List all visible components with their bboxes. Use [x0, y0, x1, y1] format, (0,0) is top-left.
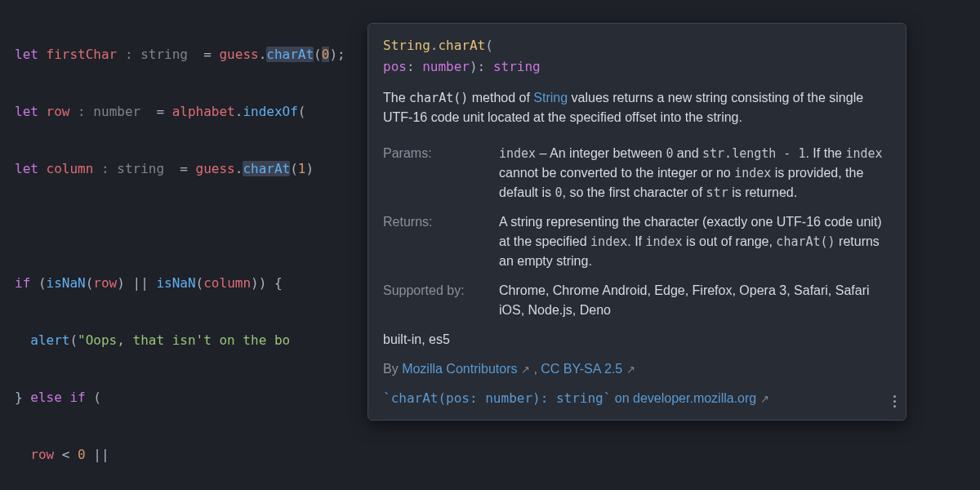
paren: (	[69, 332, 78, 348]
operator: =	[140, 104, 172, 119]
code-line[interactable]: row < 0 ||	[15, 440, 965, 469]
returns-section: Returns: A string representing the chara…	[368, 207, 906, 276]
section-body: A string representing the character (exa…	[499, 212, 891, 271]
inline-code: str.length - 1	[702, 146, 805, 161]
meta-tags: built-in, es5	[368, 325, 906, 354]
keyword-let: let	[15, 104, 38, 119]
section-label: Params:	[383, 144, 489, 203]
operator: =	[164, 161, 196, 176]
external-link-icon: ↗	[626, 363, 635, 376]
text: . If	[627, 234, 645, 248]
variable: column	[203, 275, 251, 291]
variable: row	[30, 447, 54, 462]
text: – An integer between	[536, 146, 666, 160]
type-annotation: : string	[125, 47, 188, 62]
dot: .	[235, 104, 243, 119]
indent	[15, 447, 30, 462]
object: alphabet	[172, 104, 235, 119]
sig-param-type: number	[422, 59, 470, 74]
variable: row	[47, 104, 70, 119]
text: By	[383, 362, 402, 376]
variable: column	[47, 161, 94, 176]
type-annotation: : number	[78, 104, 140, 119]
text: is returned.	[728, 185, 797, 199]
paren: (	[314, 47, 322, 62]
mdn-link-row: `charAt(pos: number): string` on develop…	[368, 384, 906, 420]
sig-param: pos	[383, 59, 407, 74]
function-call: isNaN	[47, 275, 86, 291]
mdn-link[interactable]: `charAt(pos: number): string` on develop…	[383, 391, 756, 405]
inline-code: index	[734, 166, 771, 180]
license-link[interactable]: CC BY-SA 2.5	[541, 362, 622, 376]
paren: );	[329, 47, 345, 62]
keyword-else: else	[30, 390, 62, 405]
object: guess	[196, 161, 235, 176]
operator: <	[54, 447, 78, 462]
sig-method: charAt	[438, 38, 485, 53]
keyword-if: if	[15, 275, 30, 291]
text: is out of range,	[683, 234, 777, 248]
operator: =	[188, 47, 220, 62]
paren: )) {	[251, 275, 283, 291]
method-call[interactable]: charAt	[266, 47, 314, 62]
section-label: Returns:	[383, 212, 489, 271]
external-link-icon: ↗	[760, 393, 769, 405]
paren: (	[86, 275, 94, 291]
keyword-if: if	[62, 390, 86, 405]
inline-code: index	[845, 146, 882, 161]
sig-class: String	[383, 38, 430, 53]
section-label: Supported by:	[383, 281, 489, 320]
dot: .	[430, 38, 439, 53]
signature: String.charAt( pos: number): string	[368, 24, 906, 85]
text: and	[673, 146, 702, 160]
inline-code: `charAt(pos: number): string`	[383, 390, 611, 406]
dot: .	[235, 161, 243, 176]
text: ,	[530, 362, 541, 376]
type-annotation: : string	[101, 161, 164, 176]
paren: (	[290, 161, 298, 176]
documentation-popup: String.charAt( pos: number): string The …	[368, 23, 906, 421]
params-section: Params: index – An integer between 0 and…	[368, 139, 906, 207]
operator: ||	[86, 447, 109, 462]
more-options-icon[interactable]	[893, 393, 896, 410]
contributors-link[interactable]: Mozilla Contributors	[402, 362, 517, 376]
text: , so the first character of	[563, 185, 706, 199]
method-call: indexOf	[243, 104, 297, 119]
sig-return-type: string	[493, 59, 541, 74]
description: The charAt() method of String values ret…	[368, 85, 906, 139]
attribution: By Mozilla Contributors ↗ , CC BY-SA 2.5…	[368, 354, 906, 384]
text: The	[383, 91, 409, 105]
operator: ) ||	[117, 275, 156, 291]
method-call: charAt	[243, 161, 290, 176]
variable: row	[93, 275, 117, 291]
variable: firstChar	[47, 47, 118, 62]
paren: (	[30, 275, 46, 291]
paren: (	[298, 104, 306, 119]
supported-section: Supported by: Chrome, Chrome Android, Ed…	[368, 276, 906, 325]
inline-code: charAt()	[776, 234, 835, 249]
argument: 0	[322, 47, 330, 62]
inline-code: index	[645, 234, 682, 249]
colon: :	[407, 59, 422, 74]
section-body: index – An integer between 0 and str.len…	[499, 144, 891, 203]
dot: .	[259, 47, 267, 62]
function-call: alert	[30, 332, 69, 348]
inline-code: str	[706, 185, 728, 200]
inline-code: charAt()	[409, 91, 468, 105]
object: guess	[219, 47, 258, 62]
inline-code: 0	[555, 185, 562, 200]
function-call: isNaN	[156, 275, 195, 291]
text: cannot be converted to the integer or no	[499, 166, 734, 180]
inline-code: index	[590, 234, 627, 249]
string-literal: "Oops, that isn't on the bo	[78, 332, 290, 348]
external-link-icon: ↗	[521, 363, 530, 376]
text: on developer.mozilla.org	[611, 391, 756, 405]
paren: ):	[470, 59, 493, 74]
keyword-let: let	[15, 47, 38, 62]
paren: (	[485, 38, 493, 53]
keyword-let: let	[15, 161, 38, 176]
text: method of	[468, 91, 533, 105]
type-link[interactable]: String	[533, 91, 568, 105]
indent	[15, 332, 30, 348]
section-body: Chrome, Chrome Android, Edge, Firefox, O…	[499, 281, 891, 320]
